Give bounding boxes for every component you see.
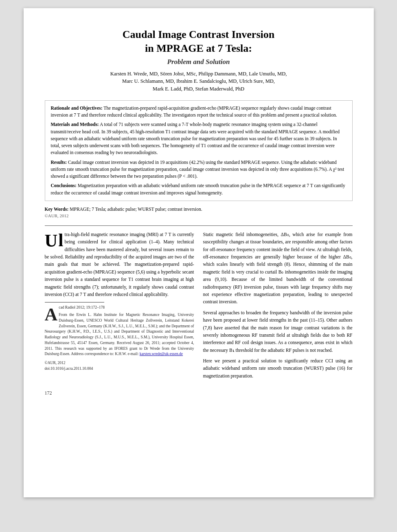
- abstract-materials: Materials and Methods: A total of 71 sub…: [51, 121, 347, 156]
- page: Caudal Image Contrast Inversion in MPRAG…: [24, 8, 374, 497]
- body-columns: Ultra-high-field magnetic resonance imag…: [45, 231, 353, 383]
- keywords: Key Words: MPRAGE; 7 Tesla; adiabatic pu…: [45, 207, 353, 212]
- abstract-conclusions: Conclusions: Magnetization preparation w…: [51, 182, 347, 196]
- abstract-rationale: Rationale and Objectives: The magnetizat…: [51, 105, 347, 119]
- subtitle: Problem and Solution: [45, 58, 353, 66]
- abstract-results: Results: Caudal image contrast inversion…: [51, 159, 347, 180]
- abstract-box: Rationale and Objectives: The magnetizat…: [45, 100, 353, 201]
- authors: Karsten H. Wrede, MD, Sören Johst, MSc, …: [45, 70, 353, 93]
- footnote-affiliation: From the Erwin L. Hahn Institute for Mag…: [45, 312, 194, 357]
- footnote-journal: Acad Radiol 2012; 19:172–178: [45, 305, 194, 311]
- page-number: 172: [45, 390, 353, 396]
- footnote: Acad Radiol 2012; 19:172–178 From the Er…: [45, 305, 194, 371]
- email-link[interactable]: karsten.wrede@uk-essen.de: [140, 352, 183, 356]
- body-para-4: Here we present a practical solution to …: [203, 357, 353, 380]
- body-column-right: Static magnetic field inhomogeneities, Δ…: [203, 231, 353, 383]
- body-column-left: Ultra-high-field magnetic resonance imag…: [45, 231, 194, 383]
- body-para-1: Ultra-high-field magnetic resonance imag…: [45, 231, 194, 298]
- body-para-3: Several approaches to broaden the freque…: [203, 309, 353, 354]
- footnote-divider: [45, 302, 105, 302]
- body-para-2: Static magnetic field inhomogeneities, Δ…: [203, 231, 353, 306]
- section-divider: [45, 225, 353, 226]
- main-title: Caudal Image Contrast Inversion in MPRAG…: [45, 28, 353, 55]
- title-section: Caudal Image Contrast Inversion in MPRAG…: [45, 28, 353, 93]
- footnote-copyright: ©AUR, 2012 doi:10.1016/j.acra.2011.10.00…: [45, 360, 194, 372]
- copyright: ©AUR, 2012: [45, 213, 353, 218]
